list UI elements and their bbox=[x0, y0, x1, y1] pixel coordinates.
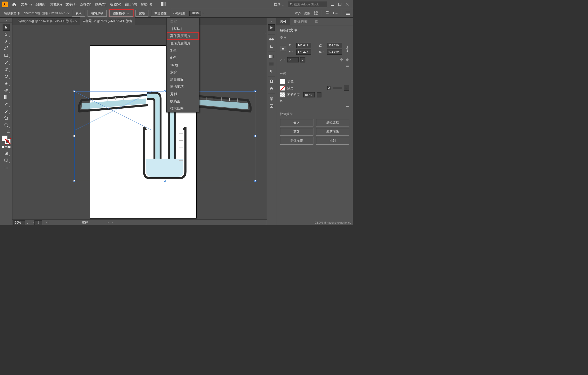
eraser-tool[interactable] bbox=[3, 80, 10, 87]
dd-lineart[interactable]: 线稿图 bbox=[167, 98, 199, 105]
angle-input[interactable]: 0° bbox=[287, 57, 299, 62]
toolbox-collapse-icon[interactable]: » bbox=[0, 18, 12, 23]
dd-3-colors[interactable]: 3 色 bbox=[167, 47, 199, 54]
curvature-tool[interactable] bbox=[3, 45, 10, 52]
align-label[interactable]: 对齐 bbox=[295, 11, 301, 16]
minimize-button[interactable] bbox=[329, 2, 336, 7]
reference-point[interactable] bbox=[280, 46, 286, 52]
menu-object[interactable]: 对象(O) bbox=[50, 2, 62, 7]
chevron-right-icon[interactable]: › bbox=[202, 11, 203, 15]
shape-builder-tool[interactable] bbox=[3, 87, 10, 94]
opacity-swatch[interactable] bbox=[280, 92, 285, 97]
stroke-swatch[interactable] bbox=[5, 139, 11, 144]
tab-syringe[interactable]: Syringe.svg @ 66.67% (RGB/GPU 预览)× bbox=[15, 17, 80, 25]
more-options-icon[interactable]: ••• bbox=[280, 64, 349, 69]
home-icon[interactable] bbox=[12, 2, 17, 7]
symbol-sprayer-tool[interactable] bbox=[3, 108, 10, 115]
info-icon[interactable] bbox=[268, 78, 275, 85]
qa-embed[interactable]: 嵌入 bbox=[280, 119, 313, 126]
y-input[interactable]: 179.477 bbox=[296, 49, 311, 55]
layers-icon[interactable] bbox=[268, 95, 275, 102]
dd-grayscale[interactable]: 灰阶 bbox=[167, 69, 199, 76]
rotate-tool[interactable] bbox=[3, 73, 10, 80]
brushes-icon[interactable] bbox=[268, 43, 275, 50]
chevron-down-icon[interactable]: ⌄ bbox=[127, 11, 130, 15]
handle-bl[interactable] bbox=[73, 180, 75, 182]
next-icon[interactable]: › bbox=[46, 221, 47, 224]
qa-edit[interactable]: 编辑原稿 bbox=[316, 119, 349, 126]
flip-h-icon[interactable] bbox=[339, 58, 343, 62]
flip-v-icon[interactable] bbox=[346, 58, 349, 62]
pen-tool[interactable] bbox=[3, 38, 10, 45]
handle-tm[interactable] bbox=[164, 90, 166, 92]
distribute-icon[interactable]: ⌄ bbox=[333, 11, 338, 16]
tab-untitled[interactable]: 未标题-3* @ 50% (CMYK/GPU 预览 bbox=[80, 17, 135, 25]
dock-collapse-icon[interactable]: « bbox=[267, 19, 276, 24]
links-icon[interactable] bbox=[268, 36, 275, 43]
canvas[interactable]: ˆ bbox=[12, 25, 267, 220]
zoom-input[interactable]: 50% bbox=[13, 220, 25, 225]
menu-effect[interactable]: 效果(C) bbox=[95, 2, 106, 7]
menu-edit[interactable]: 编辑(E) bbox=[35, 2, 47, 7]
dd-16-colors[interactable]: 16 色 bbox=[167, 61, 199, 69]
w-input[interactable]: 351.719 bbox=[327, 43, 342, 48]
handle-br[interactable] bbox=[254, 180, 256, 182]
qa-arrange[interactable]: 排列 bbox=[316, 137, 349, 145]
align-panel-icon[interactable] bbox=[326, 11, 330, 16]
handle-tr[interactable] bbox=[254, 90, 256, 92]
panel-menu-icon[interactable] bbox=[346, 11, 350, 16]
handle-ml[interactable] bbox=[73, 135, 75, 137]
chevron-down-icon[interactable]: ⌄ bbox=[344, 86, 349, 91]
opacity-input[interactable]: 100% bbox=[189, 11, 201, 16]
mask-button[interactable]: 蒙版 bbox=[135, 10, 148, 17]
scroll-left-icon[interactable]: ‹ bbox=[112, 221, 113, 224]
actions-play-icon[interactable] bbox=[268, 24, 275, 31]
close-button[interactable] bbox=[343, 2, 351, 7]
dd-technical[interactable]: 技术绘图 bbox=[167, 105, 199, 112]
menu-select[interactable]: 选择(S) bbox=[80, 2, 91, 7]
color-mode-gradient[interactable] bbox=[5, 146, 8, 148]
edit-original-button[interactable]: 编辑原稿 bbox=[88, 10, 107, 17]
color-mode-normal[interactable] bbox=[2, 146, 4, 148]
chevron-down-icon[interactable]: ⌄ bbox=[43, 221, 45, 224]
handle-tl[interactable] bbox=[73, 90, 75, 92]
first-icon[interactable]: |‹ bbox=[31, 221, 32, 224]
menu-view[interactable]: 视图(V) bbox=[110, 2, 121, 7]
chevron-down-icon[interactable]: ⌄ bbox=[300, 57, 305, 62]
dd-default[interactable]: ［默认］ bbox=[167, 25, 199, 32]
artboard-tool[interactable] bbox=[3, 115, 10, 122]
eyedropper-tool[interactable] bbox=[3, 101, 10, 108]
tab-libraries[interactable]: 库 bbox=[311, 18, 322, 25]
fill-swatch[interactable] bbox=[280, 79, 285, 84]
qa-crop[interactable]: 裁剪图像 bbox=[316, 128, 349, 136]
maximize-button[interactable] bbox=[336, 2, 343, 7]
screen-mode-icon[interactable] bbox=[3, 157, 10, 164]
fx-button[interactable]: fx. bbox=[280, 99, 283, 103]
stroke-panel-icon[interactable] bbox=[268, 61, 275, 67]
dd-bw-logo[interactable]: 黑白徽标 bbox=[167, 76, 199, 83]
status-selection[interactable]: 选择 bbox=[82, 220, 88, 225]
gradient-tool[interactable] bbox=[3, 94, 10, 101]
linked-file-name[interactable]: chemix.png bbox=[24, 11, 40, 15]
dd-sketch[interactable]: 素描图稿 bbox=[167, 83, 199, 90]
status-play-icon[interactable]: ▸ bbox=[108, 221, 109, 224]
fill-stroke-swatch[interactable] bbox=[2, 136, 11, 144]
color-mode-none[interactable] bbox=[8, 146, 11, 148]
paintbrush-tool[interactable] bbox=[3, 59, 10, 66]
handle-bm[interactable] bbox=[164, 180, 166, 182]
prev-icon[interactable]: ‹ bbox=[33, 221, 34, 224]
search-stock[interactable]: 搜索 Adobe Stock bbox=[288, 2, 327, 7]
swatches-icon[interactable] bbox=[268, 85, 275, 92]
zoom-tool[interactable] bbox=[3, 122, 10, 129]
rectangle-tool[interactable] bbox=[3, 52, 10, 59]
transparency-icon[interactable] bbox=[268, 68, 275, 75]
isolate-icon[interactable] bbox=[313, 11, 318, 16]
stroke-swatch[interactable] bbox=[280, 86, 285, 91]
edit-toolbar-icon[interactable]: ••• bbox=[3, 165, 10, 172]
tab-image-trace[interactable]: 图像描摹 bbox=[290, 18, 311, 25]
direct-selection-tool[interactable] bbox=[3, 31, 10, 38]
stroke-weight-input[interactable] bbox=[333, 87, 342, 89]
handle-mr[interactable] bbox=[254, 135, 256, 137]
menu-type[interactable]: 文字(T) bbox=[66, 2, 77, 7]
dd-low-fidelity[interactable]: 低保真度照片 bbox=[167, 40, 199, 47]
